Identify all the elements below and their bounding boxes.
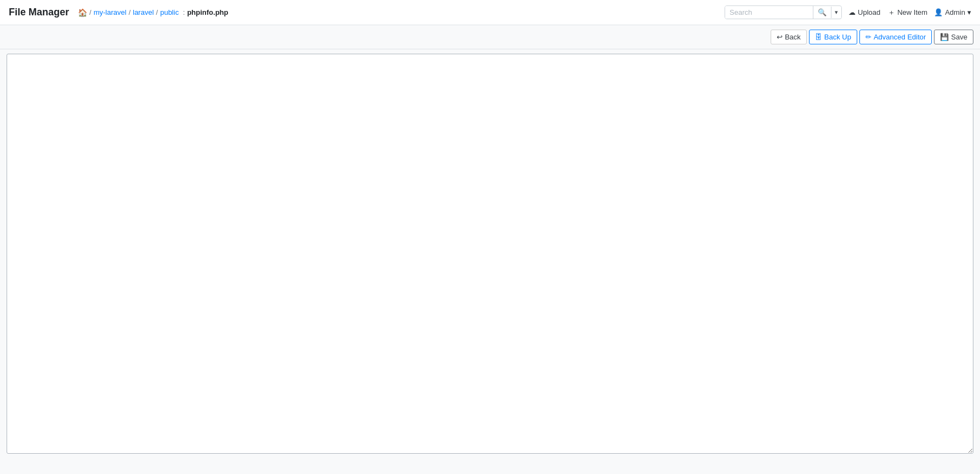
admin-icon: 👤 (934, 8, 943, 16)
app-title: File Manager (9, 7, 69, 18)
breadcrumb-sep-3: / (156, 8, 158, 16)
new-item-button[interactable]: ＋ New Item (887, 5, 928, 20)
admin-label: Admin (945, 8, 965, 16)
breadcrumb-filename: phpinfo.php (187, 8, 228, 16)
breadcrumb-colon: : (181, 8, 185, 16)
breadcrumb-my-laravel[interactable]: my-laravel (94, 8, 127, 16)
admin-dropdown[interactable]: 👤 Admin ▾ (934, 8, 971, 16)
back-label: Back (785, 33, 801, 41)
breadcrumb-sep-2: / (129, 8, 131, 16)
save-label: Save (951, 33, 967, 41)
search-dropdown-button[interactable]: ▾ (831, 7, 841, 18)
navbar-right: 🔍 ▾ ☁ Upload ＋ New Item 👤 Admin ▾ (725, 5, 971, 20)
edit-icon: ✏ (865, 33, 871, 41)
search-wrapper: 🔍 ▾ (725, 5, 842, 19)
navbar: File Manager 🏠 / my-laravel / laravel / … (0, 0, 980, 25)
advanced-editor-button[interactable]: ✏ Advanced Editor (859, 30, 932, 44)
upload-icon: ☁ (848, 8, 856, 16)
backup-button[interactable]: 🗄 Back Up (809, 30, 857, 44)
plus-icon: ＋ (888, 8, 895, 18)
advanced-editor-label: Advanced Editor (874, 33, 926, 41)
back-icon: ↩ (777, 33, 783, 41)
breadcrumb-laravel[interactable]: laravel (133, 8, 153, 16)
breadcrumb-public[interactable]: public (160, 8, 179, 16)
editor-textarea[interactable] (7, 54, 973, 454)
toolbar: ↩ Back 🗄 Back Up ✏ Advanced Editor 💾 Sav… (0, 25, 980, 49)
search-button[interactable]: 🔍 (813, 6, 831, 19)
new-item-label: New Item (897, 8, 927, 16)
home-icon[interactable]: 🏠 (78, 8, 87, 17)
admin-chevron-icon: ▾ (967, 8, 971, 16)
upload-button[interactable]: ☁ Upload (847, 6, 881, 19)
backup-icon: 🗄 (815, 33, 822, 41)
search-input[interactable] (725, 6, 813, 19)
breadcrumb-sep-1: / (89, 8, 92, 16)
save-icon: 💾 (940, 33, 949, 41)
back-button[interactable]: ↩ Back (771, 30, 807, 44)
breadcrumb: 🏠 / my-laravel / laravel / public : phpi… (78, 8, 228, 17)
backup-label: Back Up (824, 33, 851, 41)
editor-container (0, 49, 980, 460)
save-button[interactable]: 💾 Save (934, 30, 973, 44)
navbar-left: File Manager 🏠 / my-laravel / laravel / … (9, 7, 228, 18)
upload-label: Upload (858, 8, 880, 16)
